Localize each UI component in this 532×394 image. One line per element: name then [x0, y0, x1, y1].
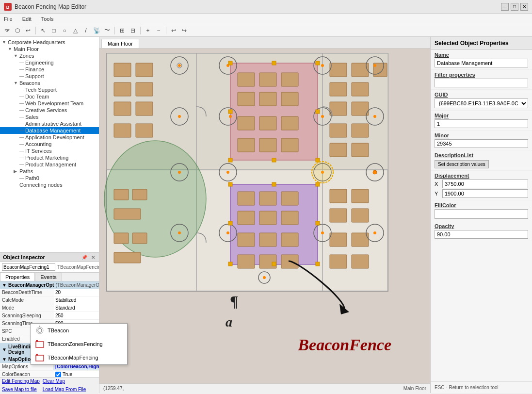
menu-file[interactable]: File — [2, 15, 15, 23]
tree-root[interactable]: ▼ Corporate Headquarters — [0, 39, 99, 46]
action-clear-map[interactable]: Clear Map — [43, 378, 65, 384]
prop-group-header-1[interactable]: ▼ BeaconManagerOpt (TBeaconManagerOption… — [0, 281, 99, 289]
action-edit-fencing[interactable]: Edit Fencing Map — [2, 378, 40, 384]
dropdown-popup: TBeacon TBeaconZonesFencing — [31, 323, 99, 365]
prop-val-sleep[interactable]: 250 — [53, 312, 99, 319]
map-canvas[interactable]: ¶ a BeaconFence — [99, 49, 430, 383]
inspector-pin-btn[interactable]: 📌 — [81, 255, 88, 260]
fillcolor-swatch[interactable] — [435, 209, 528, 219]
prop-val-colorbeacon[interactable]: True — [53, 371, 99, 377]
field-input-major[interactable] — [435, 119, 528, 128]
displacement-x-input[interactable] — [442, 180, 528, 188]
svg-rect-53 — [281, 211, 298, 225]
set-desc-btn[interactable]: Set description values — [435, 160, 489, 168]
colorbeacon-checkbox[interactable] — [55, 372, 61, 378]
main-layout: ▼ Corporate Headquarters ▼ Main Floor ▼ … — [0, 37, 532, 393]
prop-group-name-1: BeaconManagerOpt — [8, 282, 54, 288]
toolbar-redo[interactable]: ↪ — [179, 26, 189, 35]
svg-rect-57 — [238, 255, 255, 268]
svg-rect-22 — [136, 102, 153, 115]
toolbar-antenna[interactable]: 📡 — [92, 26, 101, 35]
tree-tech-support[interactable]: — Tech Support — [0, 86, 99, 93]
svg-rect-55 — [259, 233, 276, 246]
tree-db-mgmt[interactable]: — Database Management — [0, 127, 99, 134]
prop-val-death[interactable]: 20 — [53, 289, 99, 296]
tree-beacons[interactable]: ▼ Beacons — [0, 80, 99, 86]
tree-zones[interactable]: ▼ Zones — [0, 52, 99, 59]
svg-point-125 — [312, 162, 333, 183]
tree-doc-team[interactable]: — Doc Team — [0, 93, 99, 100]
tree-prod-mkt[interactable]: — Product Marketing — [0, 154, 99, 161]
dropdown-item-tbeacon[interactable]: TBeacon — [31, 324, 99, 337]
tree-connecting[interactable]: Connecting nodes — [0, 181, 99, 188]
toolbar-line[interactable]: / — [81, 26, 91, 35]
toolbar-btn-2[interactable]: ⬡ — [13, 26, 22, 35]
tree-main-floor[interactable]: ▼ Main Floor — [0, 46, 99, 52]
field-input-opacity[interactable] — [435, 230, 528, 239]
tree-creative[interactable]: — Creative Services — [0, 107, 99, 114]
toolbar-zoomin[interactable]: + — [143, 26, 153, 35]
tree-support[interactable]: — Support — [0, 73, 99, 80]
tree-path0[interactable]: — Path0 — [0, 175, 99, 181]
guid-select[interactable]: {699EBC80-E1F3-11E3-9A0F-0CF3EE3BC0... — [435, 98, 528, 108]
tree-prod-mgmt[interactable]: — Product Management — [0, 161, 99, 168]
dropdown-item-tzones[interactable]: TBeaconZonesFencing — [31, 337, 99, 351]
toolbar-select[interactable]: ↖ — [38, 26, 48, 35]
displacement-y-input[interactable] — [442, 189, 528, 198]
toolbar-btn-1[interactable]: 🖙 — [2, 26, 12, 35]
toolbar-circle[interactable]: ○ — [60, 26, 69, 35]
svg-text:B: B — [6, 5, 10, 10]
svg-rect-48 — [238, 192, 255, 205]
filter-input[interactable] — [435, 79, 528, 87]
inspector-close-btn[interactable]: ✕ — [90, 255, 96, 260]
toolbar-poly[interactable]: △ — [70, 26, 80, 35]
restore-button[interactable]: □ — [511, 3, 518, 11]
y-label: Y — [435, 191, 440, 197]
tree-finance[interactable]: — Finance — [0, 66, 99, 73]
prop-name-death: BeaconDeathTime — [0, 289, 53, 296]
field-label-opacity: Opacity — [435, 223, 528, 229]
tree-paths[interactable]: ▶ Paths — [0, 168, 99, 175]
tab-bar: Main Floor — [99, 37, 430, 49]
tree-it-services[interactable]: — IT Services — [0, 148, 99, 154]
field-input-name[interactable] — [435, 59, 528, 67]
svg-rect-108 — [272, 61, 276, 65]
inspector-object-select[interactable] — [2, 263, 55, 271]
inspector-tab-events[interactable]: Events — [35, 273, 62, 281]
toolbar-zoomout[interactable]: − — [154, 26, 163, 35]
svg-rect-122 — [316, 221, 320, 225]
window-title: Beacon Fencing Map Editor — [15, 3, 86, 10]
menu-tools[interactable]: Tools — [39, 15, 56, 23]
toolbar-import[interactable]: ⊟ — [128, 26, 138, 35]
action-save-map[interactable]: Save Map to file — [2, 387, 37, 392]
tree-web-dev[interactable]: — Web Development Team — [0, 100, 99, 107]
tree-accounting[interactable]: — Accounting — [0, 141, 99, 148]
toolbar-path[interactable]: 〜 — [102, 26, 112, 35]
action-load-map[interactable]: Load Map From File — [43, 387, 86, 392]
prop-val-calc[interactable]: Stabilized — [53, 296, 99, 304]
prop-name-mode: Mode — [0, 304, 53, 312]
svg-rect-46 — [330, 143, 347, 157]
svg-rect-34 — [238, 138, 255, 152]
svg-rect-36 — [281, 138, 298, 152]
title-controls[interactable]: — □ ✕ — [501, 3, 528, 11]
dropdown-item-tmap[interactable]: TBeaconMapFencing — [31, 351, 99, 364]
toolbar-rect[interactable]: □ — [49, 26, 59, 35]
minimize-button[interactable]: — — [501, 3, 509, 11]
field-input-minor[interactable] — [435, 139, 528, 148]
tree-app-dev[interactable]: — Application Development — [0, 134, 99, 141]
tab-main-floor[interactable]: Main Floor — [101, 39, 139, 48]
toolbar-undo[interactable]: ↩ — [169, 26, 178, 35]
tree-admin[interactable]: — Administrative Assistant — [0, 120, 99, 127]
menu-edit[interactable]: Edit — [20, 15, 33, 23]
toolbar-btn-3[interactable]: ↩ — [23, 26, 33, 35]
tree-sales[interactable]: — Sales — [0, 114, 99, 120]
svg-rect-30 — [281, 92, 298, 106]
close-button[interactable]: ✕ — [520, 3, 528, 11]
prop-val-mode[interactable]: Standard — [53, 304, 99, 312]
toolbar-grid[interactable]: ⊞ — [117, 26, 127, 35]
expand-db: — — [19, 128, 24, 133]
inspector-tab-properties[interactable]: Properties — [0, 273, 35, 281]
tree-engineering[interactable]: — Engineering — [0, 59, 99, 66]
svg-rect-8 — [36, 354, 38, 356]
